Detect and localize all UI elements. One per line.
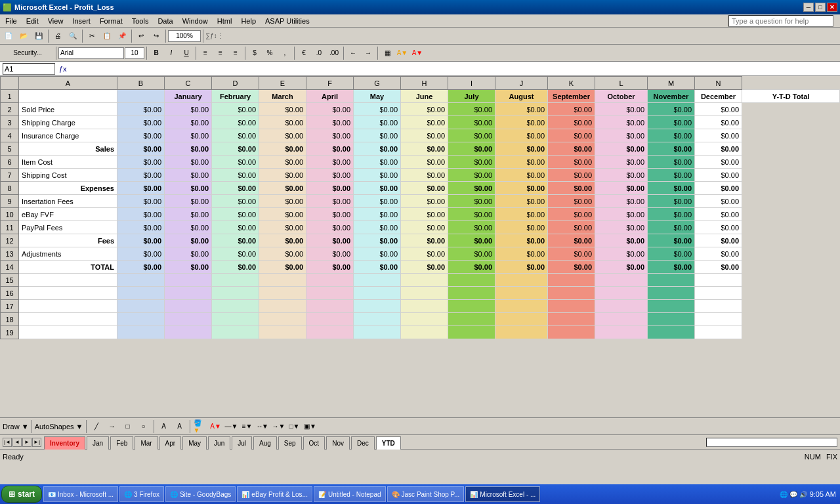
cell-6-1[interactable]: $0.00 (117, 156, 165, 169)
cell-2-label[interactable]: Sold Price (19, 103, 117, 116)
tab-first-button[interactable]: |◄ (3, 438, 12, 447)
align-left-button[interactable]: ≡ (198, 46, 213, 60)
font-selector[interactable] (58, 47, 124, 59)
oval-tool[interactable]: ○ (136, 419, 151, 434)
cell-16-9[interactable] (495, 287, 548, 300)
cell-5-5[interactable]: $0.00 (306, 142, 354, 156)
cell-10-7[interactable]: $0.00 (401, 208, 448, 221)
cell-19-4[interactable] (259, 326, 306, 339)
col-header-l[interactable]: L (595, 77, 648, 90)
cell-18-10[interactable] (548, 313, 595, 326)
cell-2-8[interactable]: $0.00 (448, 103, 495, 116)
cell-16-4[interactable] (259, 287, 306, 300)
cell-12-11[interactable]: $0.00 (595, 234, 648, 247)
cell-17-4[interactable] (259, 300, 306, 313)
h-scrollbar[interactable] (706, 438, 837, 447)
fill-color-button[interactable]: A▼ (395, 46, 410, 60)
cell-13-10[interactable]: $0.00 (548, 247, 595, 261)
row-header-2[interactable]: 2 (1, 103, 19, 116)
outdent-button[interactable]: → (361, 46, 375, 60)
cell-15-5[interactable] (306, 274, 354, 287)
open-button[interactable]: 📂 (16, 29, 31, 43)
cell-8-3[interactable]: $0.00 (212, 182, 259, 195)
maximize-button[interactable]: □ (815, 3, 826, 12)
col-header-m[interactable]: M (648, 77, 695, 90)
cell-16-1[interactable] (117, 287, 165, 300)
sheet-tab-jul[interactable]: Jul (232, 436, 252, 450)
cell-14-9[interactable]: $0.00 (495, 261, 548, 274)
cell-18-3[interactable] (212, 313, 259, 326)
preview-button[interactable]: 🔍 (66, 29, 80, 43)
cell-18-5[interactable] (306, 313, 354, 326)
cell-6-6[interactable]: $0.00 (354, 156, 401, 169)
cell-8-6[interactable]: $0.00 (354, 182, 401, 195)
cell-10-5[interactable]: $0.00 (306, 208, 354, 221)
underline-button[interactable]: U (179, 46, 194, 60)
sheet-tab-aug[interactable]: Aug (253, 436, 277, 450)
cell-16-8[interactable] (448, 287, 495, 300)
cell-18-2[interactable] (165, 313, 212, 326)
cell-4-1[interactable]: $0.00 (117, 129, 165, 142)
row-header-16[interactable]: 16 (1, 287, 19, 300)
cell-11-label[interactable]: PayPal Fees (19, 221, 117, 234)
cell-8-4[interactable]: $0.00 (259, 182, 306, 195)
cell-15-label[interactable] (19, 274, 117, 287)
cell-18-13[interactable] (695, 313, 742, 326)
cell-3-5[interactable]: $0.00 (306, 116, 354, 129)
cell-4-6[interactable]: $0.00 (354, 129, 401, 142)
cell-6-13[interactable]: $0.00 (695, 156, 742, 169)
cell-19-11[interactable] (595, 326, 648, 339)
security-button[interactable]: Security... (1, 46, 54, 60)
col-header-n[interactable]: N (695, 77, 742, 90)
cell-1-14[interactable]: Y-T-D Total (742, 90, 840, 103)
cell-7-2[interactable]: $0.00 (165, 169, 212, 182)
taskbar-btn-inbox---microsoft-..[interactable]: 📧 Inbox - Microsoft ... (43, 486, 118, 502)
cell-15-4[interactable] (259, 274, 306, 287)
menu-format[interactable]: Format (96, 16, 127, 26)
cell-16-2[interactable] (165, 287, 212, 300)
cell-17-7[interactable] (401, 300, 448, 313)
row-header-8[interactable]: 8 (1, 182, 19, 195)
cell-18-9[interactable] (495, 313, 548, 326)
euro-button[interactable]: € (297, 46, 311, 60)
cell-15-13[interactable] (695, 274, 742, 287)
cell-11-5[interactable]: $0.00 (306, 221, 354, 234)
cell-16-12[interactable] (648, 287, 695, 300)
taskbar-btn-3-firefox[interactable]: 🌐 3 Firefox (119, 486, 164, 502)
currency-button[interactable]: $ (247, 46, 262, 60)
arrow-style-btn[interactable]: →▼ (272, 419, 286, 434)
cell-9-12[interactable]: $0.00 (648, 195, 695, 208)
cell-16-10[interactable] (548, 287, 595, 300)
menu-file[interactable]: File (1, 16, 21, 26)
cell-2-4[interactable]: $0.00 (259, 103, 306, 116)
cell-12-9[interactable]: $0.00 (495, 234, 548, 247)
sheet-tab-jan[interactable]: Jan (87, 436, 109, 450)
cell-14-6[interactable]: $0.00 (354, 261, 401, 274)
line-style-btn[interactable]: ≡▼ (240, 419, 255, 434)
cell-13-6[interactable]: $0.00 (354, 247, 401, 261)
cell-1-10[interactable]: September (548, 90, 595, 103)
cell-10-6[interactable]: $0.00 (354, 208, 401, 221)
cell-19-2[interactable] (165, 326, 212, 339)
paste-button[interactable]: 📌 (115, 29, 129, 43)
cell-2-9[interactable]: $0.00 (495, 103, 548, 116)
inc-dec-button[interactable]: .00 (327, 46, 341, 60)
cell-8-13[interactable]: $0.00 (695, 182, 742, 195)
cell-1-3[interactable]: February (212, 90, 259, 103)
cell-17-label[interactable] (19, 300, 117, 313)
col-header-j[interactable]: J (495, 77, 548, 90)
cell-10-11[interactable]: $0.00 (595, 208, 648, 221)
cell-14-label[interactable]: TOTAL (19, 261, 117, 274)
cell-9-4[interactable]: $0.00 (259, 195, 306, 208)
cell-4-12[interactable]: $0.00 (648, 129, 695, 142)
cell-3-1[interactable]: $0.00 (117, 116, 165, 129)
menu-asap[interactable]: ASAP Utilities (261, 16, 314, 26)
cell-1-6[interactable]: May (354, 90, 401, 103)
cell-11-3[interactable]: $0.00 (212, 221, 259, 234)
cell-2-7[interactable]: $0.00 (401, 103, 448, 116)
cell-3-4[interactable]: $0.00 (259, 116, 306, 129)
cell-18-4[interactable] (259, 313, 306, 326)
cell-12-4[interactable]: $0.00 (259, 234, 306, 247)
cell-3-10[interactable]: $0.00 (548, 116, 595, 129)
cell-3-2[interactable]: $0.00 (165, 116, 212, 129)
